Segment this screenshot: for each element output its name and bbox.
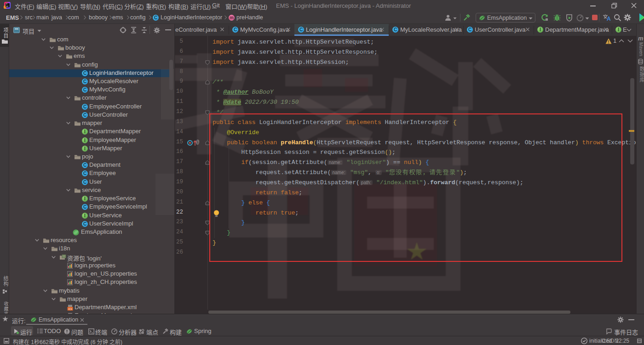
svg-text:<>: <> — [68, 307, 73, 311]
svg-text:A: A — [607, 16, 611, 22]
